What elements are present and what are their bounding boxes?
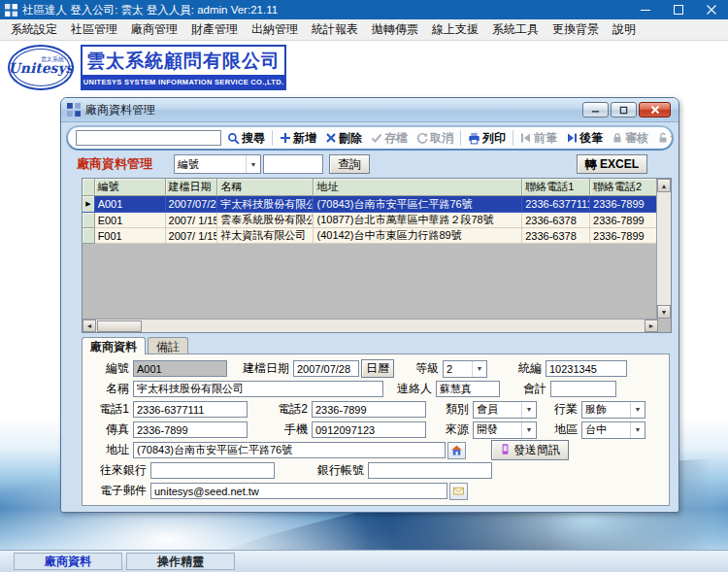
print-label: 列印	[482, 130, 506, 147]
cell-date[interactable]: 2007/ 1/15	[165, 213, 217, 228]
col-tel2[interactable]: 聯絡電話2	[590, 179, 657, 196]
check-icon	[371, 132, 382, 144]
col-address[interactable]: 地址	[314, 179, 522, 196]
industry-select[interactable]: 服飾 ▼	[581, 401, 645, 419]
cell-tel2[interactable]: 2336-7899	[590, 213, 657, 228]
col-code[interactable]: 編號	[94, 179, 165, 196]
level-value: 2	[447, 363, 452, 375]
child-restore-icon[interactable]	[611, 102, 637, 118]
fax-field[interactable]	[133, 421, 248, 438]
col-tel1[interactable]: 聯絡電話1	[522, 179, 590, 196]
bank-account-field[interactable]	[368, 462, 492, 479]
col-name[interactable]: 名稱	[217, 179, 314, 196]
menu-item-vouchers[interactable]: 拋轉傳票	[365, 19, 425, 40]
cell-tel2[interactable]: 2336-7899	[590, 196, 657, 213]
scroll-left-icon[interactable]: ◄	[83, 320, 96, 332]
menu-item-reports[interactable]: 統計報表	[305, 19, 365, 40]
source-select[interactable]: 開發 ▼	[473, 421, 537, 439]
current-row-marker-icon: ▶	[83, 196, 94, 213]
menu-item-system-settings[interactable]: 系統設定	[4, 19, 64, 40]
vendor-window-titlebar[interactable]: 廠商資料管理	[61, 98, 678, 122]
category-select[interactable]: 會員 ▼	[473, 401, 537, 419]
query-button[interactable]: 查詢	[329, 154, 370, 174]
delete-button[interactable]: 刪除	[322, 129, 365, 148]
contact-field[interactable]	[436, 381, 500, 397]
address-field[interactable]	[133, 442, 446, 458]
window-title: 社區達人 登入公司: 雲太 登入人員: admin Ver:21.11	[22, 3, 278, 17]
level-select[interactable]: 2 ▼	[443, 360, 487, 378]
calendar-button[interactable]: 日曆	[361, 359, 394, 378]
menu-item-help[interactable]: 說明	[606, 19, 643, 40]
cell-code[interactable]: A001	[94, 196, 165, 213]
scroll-right-icon[interactable]: ►	[645, 320, 658, 332]
vertical-scrollbar[interactable]: ▲ ▼	[656, 179, 671, 319]
query-field-select[interactable]: 編號 ▼	[174, 154, 261, 174]
add-button[interactable]: 新增	[277, 129, 319, 148]
send-sms-button[interactable]: 發送簡訊	[491, 440, 569, 460]
child-close-icon[interactable]	[639, 102, 671, 118]
menu-item-property[interactable]: 財產管理	[184, 19, 245, 40]
cell-tel2[interactable]: 2336-7899	[590, 228, 657, 244]
table-row[interactable]: ▶ A001 2007/07/28 宇太科技股份有限公司 (70843)台南市安…	[83, 196, 657, 213]
export-excel-button[interactable]: 轉 EXCEL	[577, 154, 647, 174]
date-field[interactable]	[293, 360, 359, 377]
maximize-icon[interactable]	[662, 0, 695, 19]
bank-field[interactable]	[150, 462, 275, 479]
query-value-input[interactable]	[263, 154, 323, 174]
taxid-field[interactable]	[546, 360, 627, 377]
tel1-field[interactable]	[133, 401, 248, 418]
query-row: 廠商資料管理 編號 ▼ 查詢 轉 EXCEL	[61, 152, 671, 176]
menu-item-system-tools[interactable]: 系統工具	[485, 19, 546, 40]
menu-item-cashier[interactable]: 出納管理	[245, 19, 305, 40]
cell-code[interactable]: E001	[94, 213, 165, 228]
send-email-button[interactable]	[449, 483, 468, 500]
cell-date[interactable]: 2007/07/28	[165, 196, 217, 213]
form-row: 編號 建檔日期 日曆 等級 2 ▼ 統編	[83, 358, 669, 379]
cell-code[interactable]: F001	[94, 228, 165, 244]
tel2-field[interactable]	[312, 401, 426, 418]
next-record-button[interactable]: 後筆	[563, 129, 606, 148]
minimize-icon[interactable]	[629, 0, 662, 19]
tab-vendor-data[interactable]: 廠商資料	[82, 337, 146, 354]
company-name-en: UNITESYS SYSTEM INFORMATION SERVICE CO.,…	[83, 75, 284, 88]
cell-address[interactable]: (10877)台北市萬華區中華路２段78號	[314, 213, 522, 228]
map-house-button[interactable]	[447, 442, 466, 459]
statusbar-vendor-data[interactable]: 廠商資料	[14, 553, 122, 570]
horizontal-scrollbar[interactable]: ◄ ►	[83, 319, 658, 332]
menu-item-vendor[interactable]: 廠商管理	[124, 19, 184, 40]
table-row[interactable]: E001 2007/ 1/15 雲泰系統股份有限公司 (10877)台北市萬華區…	[83, 213, 657, 228]
scroll-up-icon[interactable]: ▲	[657, 179, 671, 192]
col-date[interactable]: 建檔日期	[165, 179, 217, 196]
vendor-management-window: 廠商資料管理 搜尋 新增	[60, 97, 679, 513]
scroll-down-icon[interactable]: ▼	[657, 305, 671, 319]
close-icon[interactable]	[695, 0, 728, 19]
cell-name[interactable]: 祥太資訊有限公司	[217, 228, 314, 244]
cell-date[interactable]: 2007/ 1/15	[165, 228, 217, 244]
accountant-field[interactable]	[550, 381, 616, 397]
scrollbar-thumb[interactable]	[97, 320, 142, 332]
mobile-field[interactable]	[312, 421, 426, 438]
name-field[interactable]	[133, 381, 383, 397]
search-button[interactable]: 搜尋	[224, 129, 268, 148]
statusbar-wizard[interactable]: 操作精靈	[126, 553, 235, 570]
cell-address[interactable]: (70843)台南市安平區仁平路76號	[314, 196, 522, 213]
cell-tel1[interactable]: 2336-6378	[522, 228, 590, 244]
region-select[interactable]: 台中 ▼	[581, 421, 645, 439]
envelope-icon	[452, 486, 465, 496]
tab-notes[interactable]: 備註	[148, 337, 188, 354]
search-input[interactable]	[76, 130, 221, 146]
print-button[interactable]: 列印	[465, 129, 509, 148]
table-row[interactable]: F001 2007/ 1/15 祥太資訊有限公司 (40142)台中市東區力行路…	[83, 228, 657, 244]
cell-name[interactable]: 雲泰系統股份有限公司	[217, 213, 314, 228]
cell-tel1[interactable]: 2336-6378	[522, 213, 590, 228]
plus-icon	[280, 132, 291, 144]
menu-item-community[interactable]: 社區管理	[64, 19, 124, 40]
email-field[interactable]	[150, 483, 447, 499]
cell-name[interactable]: 宇太科技股份有限公司	[217, 196, 314, 213]
send-sms-label: 發送簡訊	[513, 442, 560, 458]
menu-item-change-background[interactable]: 更換背景	[546, 19, 606, 40]
menu-item-online-support[interactable]: 線上支援	[425, 19, 485, 40]
cell-tel1[interactable]: 2336-6377111	[522, 196, 590, 213]
cell-address[interactable]: (40142)台中市東區力行路89號	[314, 228, 522, 244]
child-minimize-icon[interactable]	[582, 102, 609, 118]
